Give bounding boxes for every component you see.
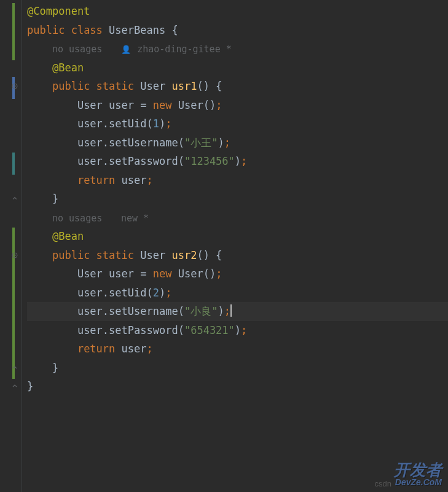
editor-gutter (0, 0, 17, 492)
author-hint: new * (121, 213, 149, 224)
code-line[interactable]: user.setPassword("123456"); (27, 152, 448, 171)
code-line[interactable]: user.setUsername("小良"); (27, 302, 448, 321)
token-annotation: @Bean (52, 62, 84, 74)
token-punct: ) (218, 137, 224, 149)
token-keyword: static (96, 249, 141, 261)
token-number: 1 (153, 117, 159, 130)
code-line[interactable]: user.setPassword("654321"); (27, 321, 448, 340)
token-keyword: public (52, 249, 96, 261)
token-punct: ) (159, 117, 165, 130)
token-punct: () { (197, 249, 222, 261)
token-identifier: UserBeans (109, 24, 171, 36)
token-punct: ) (218, 305, 224, 317)
token-keyword: new (153, 99, 178, 111)
token-identifier: user (77, 155, 103, 167)
token-method-call: setUid (109, 287, 146, 299)
token-number: 2 (153, 287, 159, 299)
token-punct: = (140, 99, 152, 111)
token-string: "123456" (184, 155, 235, 167)
code-line[interactable]: } (27, 377, 448, 396)
code-area[interactable]: @Componentpublic class UserBeans { no us… (17, 0, 448, 492)
token-semicolon: ; (216, 99, 222, 111)
token-method-call: setPassword (109, 155, 178, 167)
code-editor[interactable]: @Componentpublic class UserBeans { no us… (0, 0, 448, 492)
token-identifier: user (77, 117, 103, 130)
token-method-call: setPassword (109, 324, 178, 336)
code-line[interactable]: no usages new * (27, 208, 448, 228)
token-semicolon: ; (241, 155, 247, 167)
token-method-decl: usr1 (171, 80, 197, 92)
token-semicolon: ; (224, 137, 230, 149)
code-line[interactable]: @Bean (27, 227, 448, 246)
code-line[interactable]: user.setUid(2); (27, 284, 448, 303)
token-semicolon: ; (147, 343, 153, 355)
token-semicolon: ; (165, 287, 171, 299)
code-line[interactable]: no usages 👤 zhao-ding-gitee * (27, 39, 448, 58)
person-icon: 👤 (121, 45, 131, 54)
token-identifier: User (178, 268, 203, 280)
code-line[interactable]: public static User usr2() { (27, 246, 448, 265)
token-identifier: user (77, 305, 103, 317)
token-punct: ( (178, 137, 184, 149)
vcs-change-stripe (12, 228, 15, 379)
code-line[interactable]: @Bean (27, 58, 448, 77)
token-keyword: return (77, 174, 122, 186)
usage-hint: no usages (52, 213, 102, 224)
code-line[interactable]: } (27, 189, 448, 208)
token-punct: ( (147, 287, 153, 299)
token-semicolon: ; (216, 268, 222, 280)
token-punct: { (171, 24, 178, 36)
token-keyword: static (96, 80, 141, 92)
token-punct: ( (178, 155, 184, 167)
token-identifier: user (109, 99, 140, 111)
code-line[interactable]: } (27, 359, 448, 378)
code-line[interactable]: public static User usr1() { (27, 77, 448, 96)
token-keyword: return (77, 343, 122, 355)
code-line[interactable]: return user; (27, 339, 448, 359)
token-method-call: setUsername (109, 305, 178, 317)
token-keyword: public (27, 24, 71, 36)
token-punct: . (103, 287, 109, 299)
token-punct: ) (235, 324, 241, 336)
token-punct: ) (235, 155, 241, 167)
code-line[interactable]: User user = new User(); (27, 96, 448, 115)
text-caret (230, 304, 232, 317)
token-method-decl: usr2 (171, 249, 197, 261)
token-identifier: user (122, 343, 147, 355)
token-method-call: setUsername (109, 137, 178, 149)
token-punct: . (103, 137, 109, 149)
token-annotation: @Component (27, 5, 90, 17)
token-keyword: public (52, 80, 96, 92)
token-string: "小王" (184, 137, 218, 149)
code-line[interactable]: User user = new User(); (27, 264, 448, 284)
author-hint: zhao-ding-gitee * (137, 44, 232, 55)
token-punct: () (203, 99, 216, 111)
code-line[interactable]: public class UserBeans { (27, 21, 448, 40)
token-identifier: user (122, 174, 147, 186)
code-line[interactable]: return user; (27, 171, 448, 190)
token-punct: ( (178, 305, 184, 317)
token-punct: } (52, 192, 58, 205)
token-semicolon: ; (224, 305, 230, 317)
token-classname: User (77, 268, 109, 280)
token-punct: . (103, 305, 109, 317)
code-line[interactable]: @Component (27, 2, 448, 21)
token-string: "小良" (184, 305, 218, 317)
token-classname: User (77, 99, 109, 111)
token-punct: () (203, 268, 216, 280)
token-punct: ( (178, 324, 184, 336)
token-classname: User (140, 249, 171, 261)
token-semicolon: ; (165, 117, 171, 130)
token-method-call: setUid (109, 117, 146, 130)
code-line[interactable]: user.setUsername("小王"); (27, 133, 448, 153)
token-identifier: user (77, 324, 103, 336)
token-identifier: User (178, 99, 203, 111)
usage-hint: no usages (52, 44, 102, 55)
token-keyword: new (153, 268, 178, 280)
token-punct: ( (147, 117, 153, 130)
code-line[interactable]: user.setUid(1); (27, 114, 448, 133)
token-identifier: user (77, 287, 103, 299)
token-semicolon: ; (147, 174, 153, 186)
token-identifier: user (77, 137, 103, 149)
token-identifier: user (109, 268, 140, 280)
